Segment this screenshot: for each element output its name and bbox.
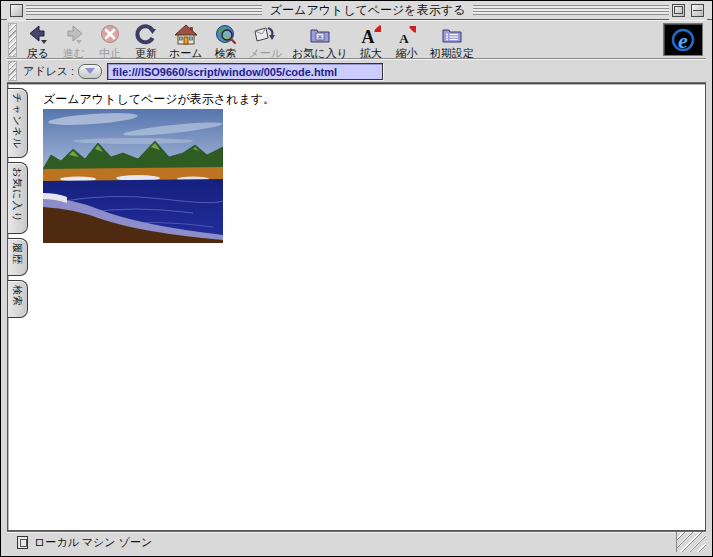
explorer-bar-tabs: チャンネル お気に入り 履歴 検索 [8, 88, 30, 322]
svg-text:A: A [399, 31, 409, 46]
enlarge-text-icon: A [359, 23, 383, 47]
sidebar-tab-favorites-label: お気に入り [10, 167, 24, 223]
status-bar: ローカル マシン ゾーン [7, 531, 706, 552]
chevron-down-icon [85, 68, 95, 74]
back-arrow-icon [26, 23, 50, 47]
toolbar-drag-handle[interactable] [8, 23, 17, 57]
addressbar-drag-handle[interactable] [8, 61, 17, 81]
landscape-image [43, 109, 223, 243]
mail-label: メール [249, 47, 283, 59]
sidebar-tab-history-label: 履歴 [10, 243, 24, 265]
search-label: 検索 [215, 47, 237, 59]
window-resize-grip[interactable] [676, 532, 706, 552]
zoom-box-icon[interactable] [672, 4, 685, 17]
browser-window: ズームアウトしてページを表示する 戻る [0, 0, 713, 557]
sidebar-tab-history[interactable]: 履歴 [8, 238, 28, 276]
address-dropdown-button[interactable] [78, 64, 102, 79]
favorites-folder-icon: ✳ [307, 23, 333, 47]
sidebar-tab-favorites[interactable]: お気に入り [8, 162, 28, 234]
forward-arrow-icon [62, 23, 86, 47]
preferences-label: 初期設定 [430, 47, 474, 59]
stop-icon [99, 23, 121, 47]
ie-logo-letter: e [678, 28, 688, 53]
sidebar-tab-search[interactable]: 検索 [8, 280, 28, 318]
sidebar-tab-channels-label: チャンネル [10, 93, 24, 149]
sidebar-tab-search-label: 検索 [10, 285, 24, 307]
titlebar[interactable]: ズームアウトしてページを表示する [1, 1, 712, 20]
search-button[interactable]: 検索 [209, 22, 243, 59]
address-label: アドレス : [23, 64, 74, 79]
collapse-box-icon[interactable] [691, 4, 704, 17]
back-button[interactable]: 戻る [21, 22, 55, 59]
svg-text:✳: ✳ [317, 33, 324, 42]
preferences-folder-icon [439, 23, 465, 47]
search-globe-icon [214, 23, 238, 47]
window-title: ズームアウトしてページを表示する [262, 2, 473, 19]
stop-label: 中止 [99, 47, 121, 59]
home-icon [174, 23, 198, 47]
favorites-button[interactable]: ✳ お気に入り [288, 22, 352, 59]
refresh-label: 更新 [135, 47, 157, 59]
button-toolbar: 戻る 進む 中止 [7, 20, 706, 59]
reduce-button[interactable]: A 縮小 [390, 22, 424, 59]
security-zone-icon [17, 536, 28, 549]
close-box-icon[interactable] [10, 4, 23, 17]
forward-label: 進む [63, 47, 85, 59]
forward-button[interactable]: 進む [57, 22, 91, 59]
zone-status-text: ローカル マシン ゾーン [34, 535, 152, 550]
back-label: 戻る [27, 47, 49, 59]
preferences-button[interactable]: 初期設定 [426, 22, 478, 59]
enlarge-label: 拡大 [360, 47, 382, 59]
internet-explorer-logo: e [663, 23, 703, 56]
svg-text:A: A [361, 27, 374, 46]
reduce-text-icon: A [395, 23, 419, 47]
stop-button[interactable]: 中止 [93, 22, 127, 59]
sidebar-tab-channels[interactable]: チャンネル [8, 88, 28, 158]
enlarge-button[interactable]: A 拡大 [354, 22, 388, 59]
page-message: ズームアウトしてページが表示されます。 [43, 91, 275, 108]
reduce-label: 縮小 [396, 47, 418, 59]
mail-icon [252, 23, 278, 47]
page-content-area[interactable]: チャンネル お気に入り 履歴 検索 ズームアウトしてページが表示されます。 [7, 83, 706, 531]
favorites-label: お気に入り [292, 47, 348, 59]
address-bar: アドレス : [7, 59, 706, 83]
refresh-button[interactable]: 更新 [129, 22, 163, 59]
mail-button[interactable]: メール [245, 22, 287, 59]
address-input[interactable] [107, 63, 383, 80]
home-button[interactable]: ホーム [165, 22, 207, 59]
refresh-icon [135, 23, 157, 47]
home-label: ホーム [169, 47, 203, 59]
